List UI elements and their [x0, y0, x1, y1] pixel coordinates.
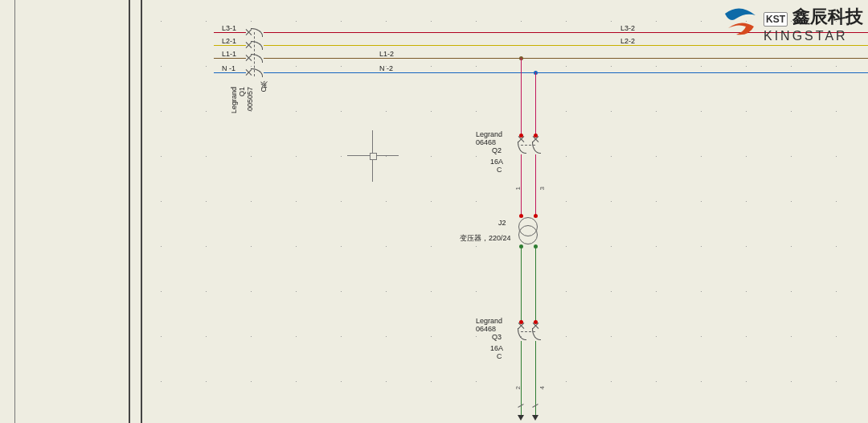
label-L2-right: L2-2: [620, 37, 635, 45]
label-Q1-mfr: Legrand: [230, 87, 238, 113]
label-Q3-mfr: Legrand: [476, 317, 502, 325]
wire-J2-Q3-a: [521, 246, 522, 322]
breaker-Q2-pole1[interactable]: [514, 137, 529, 154]
sheet-border-left-inner: [141, 0, 142, 423]
node-Q2-in-b: [534, 133, 538, 138]
label-Q2-part: 06468: [476, 138, 496, 146]
brand-logo: KST 鑫辰科技 KINGSTAR: [722, 5, 863, 43]
wire-L1-left: [214, 58, 246, 59]
term-Q3-out-b: 4: [538, 386, 546, 389]
label-N-mid: N -2: [379, 64, 393, 72]
brand-cn: 鑫辰科技: [792, 5, 863, 29]
wire-L1-main: [264, 58, 868, 59]
wire-Q2-J2-a: [521, 154, 522, 217]
label-Q3-part: 06468: [476, 325, 496, 333]
sheet-border-left-outer: [129, 0, 130, 423]
label-Q3-ref: Q3: [492, 333, 502, 341]
term-Q2-out-a: 1: [514, 187, 522, 190]
label-L2-left: L2-1: [222, 37, 236, 45]
wire-tap-b: [535, 72, 536, 137]
wire-L2-main: [264, 45, 868, 46]
breaker-Q2-pole2[interactable]: [529, 137, 543, 154]
breaker-Q1-pole-N[interactable]: [246, 65, 264, 80]
label-Q1-rate: 系 C: [259, 87, 269, 94]
arrow-out-b: [532, 415, 538, 421]
breaker-Q2-link: [521, 145, 535, 146]
brand-swoosh-icon: [722, 7, 759, 41]
label-L3-left: L3-1: [222, 24, 236, 32]
label-L1-left: L1-1: [222, 50, 236, 58]
label-Q2-mfr: Legrand: [476, 130, 502, 138]
crosshair-cursor-icon: [347, 130, 399, 182]
breaker-Q1-link: [254, 32, 255, 76]
wire-N-left: [214, 72, 246, 73]
label-N-left: N -1: [222, 64, 235, 72]
label-Q1-part: 005057: [246, 87, 254, 111]
term-Q3-out-a: 2: [514, 386, 522, 389]
label-Q3-rC: C: [497, 352, 502, 360]
brand-en: KINGSTAR: [764, 29, 863, 43]
wire-N-main: [264, 72, 868, 73]
label-L1-mid: L1-2: [379, 50, 394, 58]
brand-kst: KST: [764, 12, 788, 27]
breaker-Q3-pole1[interactable]: [514, 323, 529, 341]
wire-Q2-J2-b: [535, 154, 536, 217]
label-L3-right: L3-2: [620, 24, 635, 32]
breaker-Q1-pole-L1[interactable]: [246, 51, 264, 65]
label-Q1-ref: Q1: [238, 87, 246, 97]
label-J2-ref: J2: [498, 219, 506, 227]
schematic-canvas[interactable]: KST 鑫辰科技 KINGSTAR L3-1 L2-1 L1-1 N -1 L3…: [0, 0, 868, 423]
term-Q2-out-b: 3: [538, 187, 546, 190]
breaker-Q3-pole2[interactable]: [529, 323, 543, 341]
transformer-J2[interactable]: [518, 217, 538, 244]
arrow-out-a: [518, 415, 524, 421]
wire-tap-a: [521, 58, 522, 137]
wire-J2-Q3-b: [535, 246, 536, 322]
breaker-Q3-link: [521, 331, 535, 332]
node-Q2-in-a: [519, 133, 523, 138]
wire-L2-left: [214, 45, 246, 46]
label-Q2-rA: 16A: [490, 158, 503, 166]
wire-L3-left: [214, 32, 246, 33]
label-Q2-rC: C: [497, 166, 502, 174]
ruler-gutter: [0, 0, 15, 423]
label-Q3-rA: 16A: [490, 344, 503, 352]
label-Q2-ref: Q2: [492, 146, 502, 154]
label-J2-desc: 变压器，220/24: [460, 233, 511, 244]
